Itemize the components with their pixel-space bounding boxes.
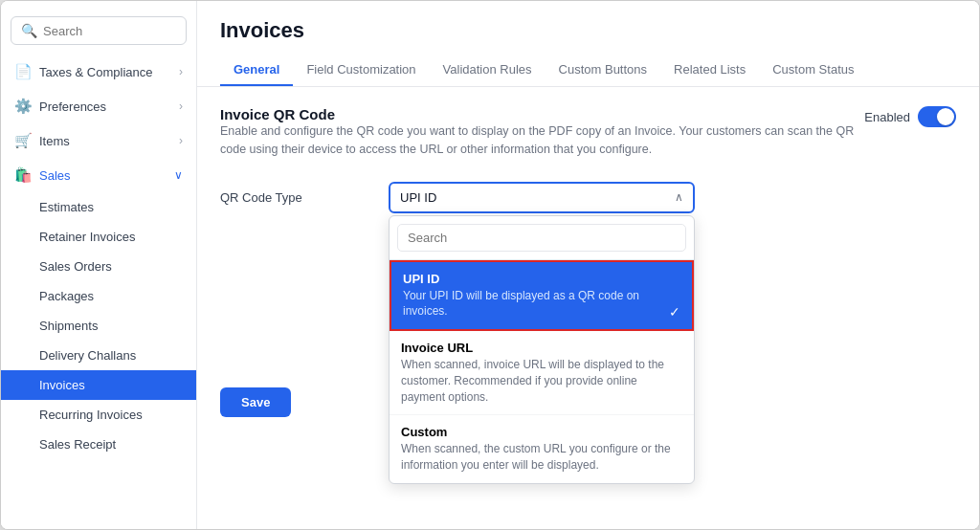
- sidebar-item-preferences-label: Preferences: [39, 99, 106, 114]
- items-icon: 🛒: [14, 132, 32, 149]
- page-title: Invoices: [220, 18, 956, 43]
- section-title: Invoice QR Code Enable and configure the…: [220, 106, 864, 176]
- dropdown-option-invoice-url[interactable]: Invoice URL When scanned, invoice URL wi…: [390, 331, 694, 415]
- upi-id-option-desc: Your UPI ID will be displayed as a QR co…: [403, 288, 680, 320]
- sidebar-item-items-label: Items: [39, 134, 70, 148]
- search-icon: 🔍: [21, 23, 37, 38]
- sidebar-item-sales-label: Sales: [39, 168, 71, 183]
- main-body: Invoice QR Code Enable and configure the…: [197, 87, 979, 529]
- sidebar-sub-item-estimates[interactable]: Estimates: [1, 192, 196, 222]
- dropdown-option-upi-id[interactable]: UPI ID Your UPI ID will be displayed as …: [390, 260, 694, 332]
- sidebar-item-preferences[interactable]: ⚙️ Preferences ›: [1, 89, 196, 123]
- main-content: Invoices General Field Customization Val…: [197, 1, 979, 529]
- sidebar-sub-item-recurring-label: Recurring Invoices: [39, 408, 143, 422]
- qr-code-type-dropdown-wrap: UPI ID ∧ UPI ID Your UPI ID will be disp…: [389, 182, 695, 213]
- tab-validation-rules[interactable]: Validation Rules: [430, 55, 546, 86]
- sidebar-sub-item-sales-receipt-label: Sales Receipt: [39, 437, 116, 452]
- preferences-icon: ⚙️: [14, 98, 32, 115]
- sidebar-sub-item-shipments[interactable]: Shipments: [1, 311, 196, 341]
- sidebar: 🔍 📄 Taxes & Compliance › ⚙️ Preferences …: [1, 1, 197, 529]
- chevron-right-icon-3: ›: [179, 134, 183, 147]
- enabled-label: Enabled: [864, 110, 910, 124]
- qr-code-type-label: QR Code Type: [220, 190, 373, 205]
- invoice-url-option-desc: When scanned, invoice URL will be displa…: [401, 357, 682, 405]
- sidebar-sub-item-sales-orders-label: Sales Orders: [39, 259, 112, 274]
- chevron-right-icon: ›: [179, 65, 183, 78]
- sidebar-sub-item-packages[interactable]: Packages: [1, 281, 196, 311]
- dropdown-option-custom[interactable]: Custom When scanned, the custom URL you …: [390, 415, 694, 483]
- app-window: 🔍 📄 Taxes & Compliance › ⚙️ Preferences …: [0, 0, 980, 530]
- custom-option-title: Custom: [401, 425, 682, 439]
- sidebar-item-taxes-label: Taxes & Compliance: [39, 65, 153, 79]
- invoice-url-option-title: Invoice URL: [401, 341, 682, 355]
- tab-general[interactable]: General: [220, 55, 293, 86]
- dropdown-search-box: [390, 216, 694, 260]
- upi-id-option-title: UPI ID: [403, 272, 680, 286]
- search-input[interactable]: [43, 24, 176, 38]
- sidebar-item-taxes[interactable]: 📄 Taxes & Compliance ›: [1, 55, 196, 89]
- sidebar-sub-item-invoices-label: Invoices: [39, 378, 85, 392]
- tab-field-customization[interactable]: Field Customization: [293, 55, 429, 86]
- sales-icon: 🛍️: [14, 166, 32, 184]
- enabled-toggle[interactable]: [918, 106, 956, 127]
- qr-code-type-dropdown[interactable]: UPI ID ∧: [389, 182, 695, 213]
- qr-code-type-value: UPI ID: [400, 190, 436, 205]
- qr-code-type-row: QR Code Type UPI ID ∧ UPI ID: [220, 182, 956, 213]
- sidebar-sub-item-retainer-label: Retainer Invoices: [39, 230, 135, 244]
- sidebar-sub-item-delivery-challans-label: Delivery Challans: [39, 348, 136, 363]
- dropdown-popup: UPI ID Your UPI ID will be displayed as …: [389, 215, 695, 485]
- taxes-icon: 📄: [14, 63, 32, 80]
- sidebar-sub-item-recurring[interactable]: Recurring Invoices: [1, 400, 196, 430]
- sidebar-sub-item-packages-label: Packages: [39, 289, 94, 303]
- sidebar-search-box[interactable]: 🔍: [11, 16, 187, 45]
- dropdown-search-input[interactable]: [397, 224, 686, 252]
- sidebar-sub-item-shipments-label: Shipments: [39, 319, 98, 333]
- custom-option-desc: When scanned, the custom URL you configu…: [401, 441, 682, 474]
- tab-bar: General Field Customization Validation R…: [220, 55, 956, 86]
- sidebar-sub-item-sales-orders[interactable]: Sales Orders: [1, 252, 196, 281]
- tab-custom-buttons[interactable]: Custom Buttons: [546, 55, 661, 86]
- section-header: Invoice QR Code Enable and configure the…: [220, 106, 956, 176]
- chevron-up-icon: ∧: [675, 190, 683, 204]
- sidebar-sub-item-delivery-challans[interactable]: Delivery Challans: [1, 341, 196, 370]
- save-button[interactable]: Save: [220, 387, 291, 417]
- tab-custom-status[interactable]: Custom Status: [759, 55, 867, 86]
- chevron-right-icon-2: ›: [179, 99, 183, 113]
- sidebar-sub-item-sales-receipt[interactable]: Sales Receipt: [1, 430, 196, 459]
- main-header: Invoices General Field Customization Val…: [197, 1, 979, 87]
- chevron-down-icon: ∨: [174, 168, 183, 182]
- sidebar-item-sales[interactable]: 🛍️ Sales ∨: [1, 158, 196, 192]
- sidebar-sub-item-retainer[interactable]: Retainer Invoices: [1, 222, 196, 252]
- sidebar-sub-item-invoices[interactable]: Invoices: [1, 370, 196, 400]
- tab-related-lists[interactable]: Related Lists: [660, 55, 759, 86]
- sidebar-sub-item-estimates-label: Estimates: [39, 200, 94, 214]
- check-icon: ✓: [669, 304, 680, 320]
- enabled-toggle-container: Enabled: [864, 106, 956, 127]
- sidebar-item-items[interactable]: 🛒 Items ›: [1, 123, 196, 158]
